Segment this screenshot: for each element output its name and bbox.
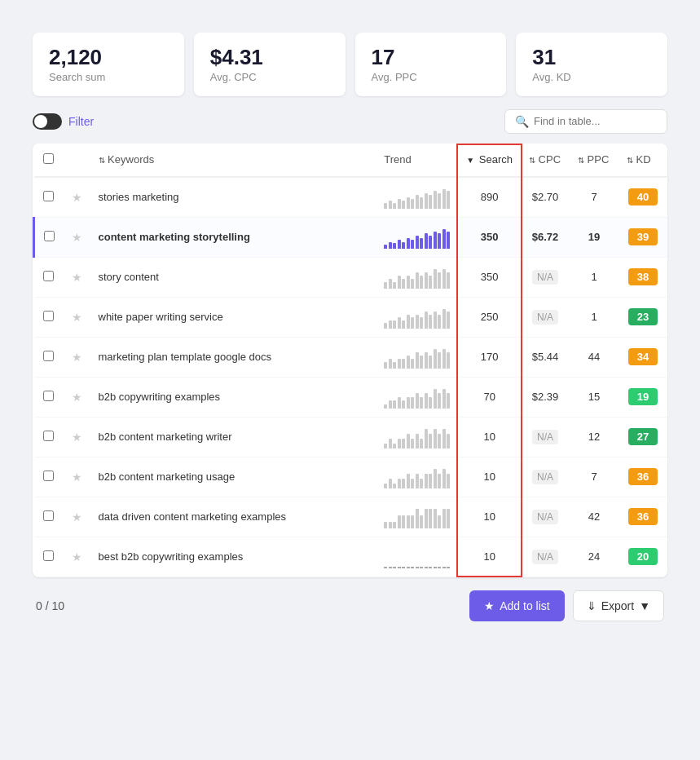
find-in-table-input[interactable] [534, 115, 657, 127]
row-kd-cell: 40 [619, 177, 667, 218]
cpc-value: $6.72 [532, 231, 559, 243]
cpc-value: $2.39 [532, 391, 559, 403]
row-star-cell[interactable]: ★ [64, 457, 90, 497]
row-cpc-cell: N/A [521, 537, 570, 577]
row-star-icon[interactable]: ★ [72, 391, 82, 404]
row-trend-cell [376, 457, 458, 497]
row-cpc-cell: $5.44 [521, 337, 570, 377]
row-checkbox-1[interactable] [44, 231, 55, 241]
stat-card-avg-ppc: 17 Avg. PPC [355, 33, 507, 96]
row-kd-cell: 27 [619, 417, 667, 457]
row-star-icon[interactable]: ★ [72, 191, 82, 204]
row-star-icon[interactable]: ★ [72, 351, 82, 364]
row-checkbox-cell[interactable] [34, 217, 64, 257]
row-star-cell[interactable]: ★ [64, 297, 90, 337]
filter-label: Filter [68, 115, 94, 128]
star-icon-btn: ★ [484, 599, 495, 612]
row-star-icon[interactable]: ★ [72, 271, 82, 284]
row-keyword-cell: b2b copywriting examples [90, 377, 376, 417]
row-star-cell[interactable]: ★ [64, 177, 90, 218]
kd-badge: 23 [628, 308, 658, 325]
row-star-icon[interactable]: ★ [72, 510, 82, 524]
export-chevron-icon: ▼ [639, 599, 650, 612]
th-select-all[interactable] [34, 144, 64, 177]
row-star-cell[interactable]: ★ [64, 217, 90, 257]
row-keyword-cell: b2b content marketing writer [90, 417, 376, 457]
row-checkbox-cell[interactable] [34, 497, 64, 537]
row-star-cell[interactable]: ★ [64, 257, 90, 297]
row-cpc-cell: $2.39 [521, 377, 570, 417]
table-row: ★ b2b content marketing usage 10 N/A 7 3… [34, 457, 668, 497]
row-keyword-cell: story content [90, 257, 376, 297]
kd-badge: 27 [628, 428, 658, 445]
th-ppc[interactable]: ⇅ PPC [570, 144, 619, 177]
row-cpc-cell: $6.72 [521, 217, 570, 257]
add-to-list-button[interactable]: ★ Add to list [469, 590, 564, 621]
row-ppc-cell: 7 [570, 177, 619, 218]
row-search-cell: 10 [458, 457, 521, 497]
row-checkbox-0[interactable] [43, 191, 54, 201]
row-cpc-cell: N/A [521, 297, 570, 337]
table-row: ★ marketing plan template google docs 17… [34, 337, 668, 377]
row-checkbox-9[interactable] [43, 550, 54, 561]
pagination-info: 0 / 10 [36, 599, 64, 612]
row-checkbox-cell[interactable] [34, 177, 64, 218]
row-trend-cell [376, 497, 458, 537]
row-checkbox-cell[interactable] [34, 337, 64, 377]
select-all-checkbox[interactable] [43, 153, 54, 164]
export-label: Export [601, 599, 634, 612]
row-checkbox-6[interactable] [43, 431, 54, 441]
th-ppc-sort-icon: ⇅ [578, 156, 584, 165]
row-checkbox-7[interactable] [43, 471, 54, 481]
na-badge: N/A [532, 550, 558, 564]
app-container: 2,120 Search sum $4.31 Avg. CPC 17 Avg. … [16, 16, 684, 760]
row-checkbox-cell[interactable] [34, 537, 64, 577]
row-star-icon[interactable]: ★ [72, 231, 82, 244]
na-badge: N/A [532, 430, 558, 444]
row-ppc-cell: 44 [570, 337, 619, 377]
row-checkbox-5[interactable] [43, 391, 54, 401]
row-search-cell: 10 [458, 497, 521, 537]
row-trend-cell [376, 417, 458, 457]
row-kd-cell: 39 [619, 217, 667, 257]
export-button[interactable]: ⇓ Export ▼ [573, 590, 664, 621]
row-trend-cell [376, 537, 458, 577]
th-kd[interactable]: ⇅ KD [619, 144, 667, 177]
row-star-icon[interactable]: ★ [72, 311, 82, 324]
th-cpc[interactable]: ⇅ CPC [521, 144, 570, 177]
row-star-cell[interactable]: ★ [64, 377, 90, 417]
row-checkbox-8[interactable] [43, 510, 54, 521]
row-ppc-cell: 19 [570, 217, 619, 257]
row-keyword-cell: white paper writing service [90, 297, 376, 337]
row-checkbox-cell[interactable] [34, 417, 64, 457]
row-checkbox-3[interactable] [43, 311, 54, 321]
stat-card-avg-kd: 31 Avg. KD [516, 33, 667, 96]
th-search[interactable]: ▼ Search [458, 144, 521, 177]
filter-toggle[interactable]: Filter [33, 113, 94, 130]
row-star-icon[interactable]: ★ [72, 550, 82, 563]
footer-actions: ★ Add to list ⇓ Export ▼ [469, 590, 664, 621]
row-checkbox-2[interactable] [43, 271, 54, 281]
row-star-cell[interactable]: ★ [64, 417, 90, 457]
row-star-cell[interactable]: ★ [64, 337, 90, 377]
row-search-cell: 250 [458, 297, 521, 337]
row-star-cell[interactable]: ★ [64, 497, 90, 537]
row-ppc-cell: 15 [570, 377, 619, 417]
row-star-cell[interactable]: ★ [64, 537, 90, 577]
row-checkbox-4[interactable] [43, 351, 54, 361]
row-star-icon[interactable]: ★ [72, 431, 82, 444]
row-search-cell: 70 [458, 377, 521, 417]
row-star-icon[interactable]: ★ [72, 471, 82, 484]
row-checkbox-cell[interactable] [34, 457, 64, 497]
stat-card-search-sum: 2,120 Search sum [33, 33, 184, 96]
filter-toggle-switch[interactable] [33, 113, 62, 130]
row-search-cell: 10 [458, 417, 521, 457]
row-checkbox-cell[interactable] [34, 297, 64, 337]
stat-value-avg-cpc: $4.31 [210, 46, 329, 69]
row-checkbox-cell[interactable] [34, 377, 64, 417]
th-keywords[interactable]: ⇅ Keywords [90, 144, 376, 177]
stat-value-avg-kd: 31 [532, 46, 651, 69]
row-keyword-cell: b2b content marketing usage [90, 457, 376, 497]
row-checkbox-cell[interactable] [34, 257, 64, 297]
row-search-cell: 350 [458, 217, 521, 257]
